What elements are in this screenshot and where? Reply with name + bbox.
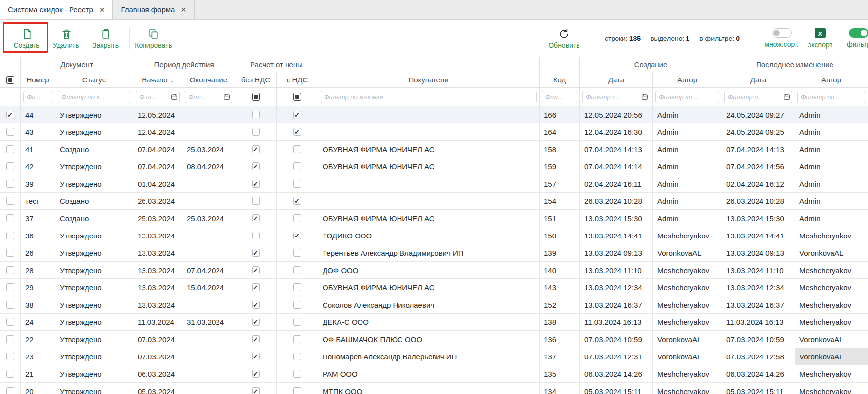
- unchecked-checkbox[interactable]: [252, 197, 260, 205]
- table-row[interactable]: 26Утверждено13.03.2024Терентьев Александ…: [0, 244, 868, 262]
- table-row[interactable]: 20Утверждено05.03.2024МТПК ООО13405.03.2…: [0, 383, 868, 394]
- table-row[interactable]: 43Утверждено12.04.202416412.04.2024 16:3…: [0, 123, 868, 141]
- multisort-toggle[interactable]: [772, 28, 792, 38]
- table-row[interactable]: 39Утверждено01.04.202415702.04.2024 16:1…: [0, 175, 868, 193]
- row-checkbox[interactable]: [6, 301, 14, 309]
- filter-create-date-input[interactable]: [582, 91, 650, 103]
- copy-button[interactable]: Копировать: [134, 28, 173, 49]
- table-row[interactable]: тестСоздано26.03.202415426.03.2024 10:28…: [0, 193, 868, 210]
- checked-checkbox[interactable]: [252, 180, 260, 188]
- calendar-icon[interactable]: [641, 93, 648, 100]
- unchecked-checkbox[interactable]: [293, 387, 301, 394]
- unchecked-checkbox[interactable]: [293, 283, 301, 291]
- row-checkbox[interactable]: [6, 370, 14, 378]
- row-checkbox[interactable]: [6, 283, 14, 291]
- checked-checkbox[interactable]: [252, 249, 260, 257]
- filter-mod-author-input[interactable]: [797, 91, 865, 103]
- row-checkbox[interactable]: [6, 266, 14, 274]
- checked-checkbox[interactable]: [252, 145, 260, 153]
- row-checkbox[interactable]: [6, 232, 14, 239]
- table-row[interactable]: 28Утверждено13.03.202407.04.2024ДОФ ООО1…: [0, 262, 868, 279]
- table-row[interactable]: 22Утверждено07.03.2024ОФ БАШМАЧОК ПЛЮС О…: [0, 331, 868, 348]
- header-start[interactable]: Начало ↓: [133, 72, 182, 87]
- checked-checkbox[interactable]: [252, 301, 260, 309]
- row-checkbox[interactable]: [6, 387, 14, 394]
- unchecked-checkbox[interactable]: [293, 353, 301, 360]
- export-control[interactable]: x экспорт: [801, 28, 839, 49]
- row-checkbox[interactable]: [6, 197, 14, 205]
- filter-no-vat-checkbox[interactable]: [252, 93, 260, 101]
- filter-number-input[interactable]: [23, 91, 52, 103]
- calendar-icon[interactable]: [171, 93, 178, 100]
- header-mod-author[interactable]: Автор: [795, 72, 868, 87]
- checked-checkbox[interactable]: [293, 111, 301, 118]
- checked-checkbox[interactable]: [252, 162, 260, 170]
- checked-checkbox[interactable]: [293, 128, 301, 136]
- checked-checkbox[interactable]: [293, 232, 301, 239]
- unchecked-checkbox[interactable]: [293, 162, 301, 170]
- filter-with-vat-checkbox[interactable]: [293, 93, 301, 101]
- filter-buyers-input[interactable]: [321, 91, 537, 103]
- checked-checkbox[interactable]: [252, 353, 260, 360]
- table-row[interactable]: 38Утверждено13.03.2024Соколов Александр …: [0, 296, 868, 314]
- row-checkbox[interactable]: [6, 162, 14, 170]
- tab-discount-registry[interactable]: Система скидок - Реестр ✕: [0, 0, 113, 19]
- tab-close-icon[interactable]: ✕: [99, 6, 105, 13]
- unchecked-checkbox[interactable]: [293, 370, 301, 378]
- filter-toggle[interactable]: [849, 28, 868, 38]
- table-row[interactable]: 21Утверждено06.03.2024РАМ ООО13506.03.20…: [0, 365, 868, 383]
- unchecked-checkbox[interactable]: [293, 335, 301, 343]
- checked-checkbox[interactable]: [252, 214, 260, 222]
- unchecked-checkbox[interactable]: [252, 128, 260, 136]
- header-buyers[interactable]: Покупатели: [318, 72, 540, 87]
- table-row[interactable]: 36Утверждено13.03.2024ТОДИКО ООО15013.03…: [0, 227, 868, 244]
- header-mod-date[interactable]: Дата: [722, 72, 795, 87]
- checked-checkbox[interactable]: [252, 283, 260, 291]
- table-row[interactable]: 23Утверждено07.03.2024Пономарев Александ…: [0, 348, 868, 365]
- delete-button[interactable]: Удалить: [46, 28, 86, 49]
- refresh-button[interactable]: Обновить: [544, 28, 584, 49]
- multisort-control[interactable]: множ.сорт.: [762, 28, 801, 48]
- header-status[interactable]: Статус: [55, 72, 133, 87]
- filter-control[interactable]: фильтр: [839, 28, 868, 48]
- tab-main-form[interactable]: Главная форма ✕: [113, 0, 195, 19]
- table-row[interactable]: 24Утверждено11.03.202431.03.2024ДЕКА-С О…: [0, 314, 868, 331]
- table-row[interactable]: 41Создано07.04.202425.03.2024ОБУВНАЯ ФИР…: [0, 141, 868, 158]
- row-checkbox[interactable]: [6, 128, 14, 136]
- header-create-author[interactable]: Автор: [653, 72, 722, 87]
- unchecked-checkbox[interactable]: [293, 318, 301, 326]
- unchecked-checkbox[interactable]: [293, 249, 301, 257]
- header-create-date[interactable]: Дата: [580, 72, 653, 87]
- unchecked-checkbox[interactable]: [293, 266, 301, 274]
- checked-checkbox[interactable]: [252, 335, 260, 343]
- header-no-vat[interactable]: без НДС: [235, 72, 277, 87]
- header-with-vat[interactable]: с НДС: [277, 72, 318, 87]
- checked-checkbox[interactable]: [252, 266, 260, 274]
- table-row[interactable]: 29Утверждено13.03.202415.04.2024ОБУВНАЯ …: [0, 279, 868, 296]
- calendar-icon[interactable]: [783, 93, 790, 100]
- filter-status-input[interactable]: [58, 91, 130, 103]
- create-button[interactable]: Создать: [7, 28, 46, 49]
- checked-checkbox[interactable]: [252, 370, 260, 378]
- header-end[interactable]: Окончание: [182, 72, 235, 87]
- row-checkbox[interactable]: [6, 214, 14, 222]
- row-checkbox[interactable]: [6, 111, 14, 118]
- unchecked-checkbox[interactable]: [293, 214, 301, 222]
- unchecked-checkbox[interactable]: [293, 301, 301, 309]
- unchecked-checkbox[interactable]: [252, 111, 260, 118]
- unchecked-checkbox[interactable]: [252, 232, 260, 239]
- row-checkbox[interactable]: [6, 145, 14, 153]
- sort-desc-icon[interactable]: ↓: [170, 76, 174, 84]
- tab-close-icon[interactable]: ✕: [181, 6, 186, 13]
- table-row[interactable]: 44Утверждено12.05.202416612.05.2024 20:5…: [0, 106, 868, 123]
- header-code[interactable]: Код: [540, 72, 580, 87]
- unchecked-checkbox[interactable]: [293, 180, 301, 188]
- checked-checkbox[interactable]: [252, 387, 260, 394]
- checked-checkbox[interactable]: [252, 318, 260, 326]
- table-row[interactable]: 37Создано25.03.202425.03.2024ОБУВНАЯ ФИР…: [0, 210, 868, 227]
- filter-code-input[interactable]: [542, 91, 577, 103]
- select-all-checkbox[interactable]: [6, 76, 14, 84]
- header-number[interactable]: Номер: [21, 72, 55, 87]
- row-checkbox[interactable]: [6, 249, 14, 257]
- table-row[interactable]: 42Утверждено07.04.202408.04.2024ОБУВНАЯ …: [0, 158, 868, 175]
